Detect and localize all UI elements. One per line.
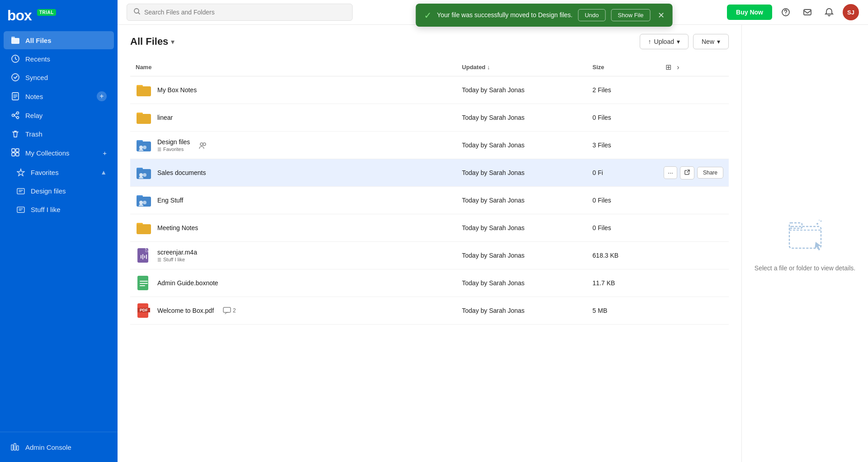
buy-now-button[interactable]: Buy Now (727, 5, 772, 20)
svg-text:PDF: PDF (140, 308, 148, 312)
col-updated-header[interactable]: Updated ↓ (457, 58, 587, 76)
sidebar-item-admin-console[interactable]: Admin Console (4, 438, 114, 456)
file-actions-cell (658, 269, 729, 297)
sidebar-item-label: Design files (31, 187, 66, 195)
notes-add-button[interactable]: + (97, 91, 107, 101)
chevron-up-icon[interactable]: ▲ (100, 169, 107, 176)
new-button[interactable]: New ▾ (693, 34, 729, 49)
admin-console-label: Admin Console (25, 443, 71, 451)
trial-badge: TRIAL (37, 9, 56, 16)
svg-point-37 (139, 173, 143, 177)
file-updated-cell: Today by Sarah Jonas (457, 297, 587, 325)
file-name-cell: Admin Guide.boxnote (130, 269, 457, 297)
sort-icon: ↓ (487, 64, 490, 71)
table-header-row: Name Updated ↓ Size ⊞ › (130, 58, 729, 76)
svg-point-33 (203, 143, 206, 146)
col-name-header[interactable]: Name (130, 58, 457, 76)
new-dropdown-icon: ▾ (717, 38, 720, 45)
file-name-info: linear (157, 114, 173, 121)
sidebar-item-notes[interactable]: Notes + (4, 87, 114, 106)
collections-add-button[interactable]: + (103, 149, 107, 157)
sidebar-item-label: Recents (25, 55, 50, 63)
new-label: New (702, 38, 714, 45)
collections-label: My Collections (25, 149, 70, 157)
svg-rect-9 (16, 149, 19, 152)
file-tag: ☰ Stuff I like (157, 257, 197, 262)
show-file-button[interactable]: Show File (611, 9, 651, 21)
file-name-label: linear (157, 114, 173, 121)
file-name-label: Welcome to Box.pdf (157, 307, 214, 314)
sidebar-item-label: Stuff I like (31, 206, 61, 213)
more-options-button[interactable]: ··· (664, 166, 677, 179)
table-row[interactable]: Sales documents Today by Sarah Jonas 0 F… (130, 159, 729, 187)
file-name-label: Meeting Notes (157, 224, 198, 231)
logo-text: box (7, 8, 32, 23)
toast-message: Your file was successfully moved to Desi… (437, 11, 573, 20)
share-button[interactable]: Share (697, 167, 723, 179)
search-bar[interactable] (127, 4, 353, 21)
file-size-cell: 3 Files (587, 132, 659, 159)
sidebar-item-trash[interactable]: Trash (4, 125, 114, 143)
svg-point-38 (143, 173, 146, 177)
table-row[interactable]: Eng Stuff Today by Sarah Jonas 0 Files (130, 187, 729, 214)
next-view-button[interactable]: › (675, 62, 681, 72)
my-collections-header[interactable]: My Collections + (4, 143, 114, 163)
help-button[interactable] (778, 4, 794, 20)
svg-rect-1 (11, 37, 15, 39)
svg-point-31 (143, 146, 146, 149)
table-row[interactable]: linear Today by Sarah Jonas 0 Files (130, 104, 729, 132)
file-size-cell: 0 Fi (587, 159, 659, 187)
file-icon (136, 165, 152, 181)
sidebar-item-relay[interactable]: Relay (4, 106, 114, 124)
toast-close-button[interactable]: ✕ (658, 10, 665, 20)
search-input[interactable] (144, 9, 346, 16)
file-actions-cell (658, 76, 729, 104)
file-name-cell: screenjar.m4a ☰ Stuff I like (130, 242, 457, 269)
svg-point-55 (816, 223, 818, 225)
svg-point-32 (200, 143, 203, 146)
sidebar-item-stuff-i-like[interactable]: Stuff I like (4, 200, 114, 218)
sidebar-item-favorites[interactable]: Favorites ▲ (4, 163, 114, 181)
file-name-cell: Meeting Notes (130, 214, 457, 242)
col-actions-header: ⊞ › (658, 58, 729, 76)
notifications-bell-button[interactable] (821, 4, 837, 20)
upload-button[interactable]: ↑ Upload ▾ (640, 34, 689, 49)
table-row[interactable]: My Box Notes Today by Sarah Jonas 2 File… (130, 76, 729, 104)
file-size-cell: 618.3 KB (587, 242, 659, 269)
sidebar-item-synced[interactable]: Synced (4, 68, 114, 86)
table-row[interactable]: screenjar.m4a ☰ Stuff I like Today by Sa… (130, 242, 729, 269)
file-area-header: All Files ▾ ↑ Upload ▾ New ▾ (130, 34, 729, 49)
file-actions-cell (658, 187, 729, 214)
table-row[interactable]: Design files ☰ Favorites Today by Sarah … (130, 132, 729, 159)
upload-dropdown-icon: ▾ (677, 38, 680, 45)
table-row[interactable]: Admin Guide.boxnote Today by Sarah Jonas… (130, 269, 729, 297)
tag-icon: ☰ (157, 147, 161, 152)
sidebar-nav: All Files Recents Synced (0, 29, 118, 432)
upload-label: Upload (654, 38, 674, 45)
file-name-info: Admin Guide.boxnote (157, 279, 218, 287)
share-link-button[interactable] (680, 166, 694, 179)
user-avatar[interactable]: SJ (843, 4, 859, 20)
file-actions-cell (658, 214, 729, 242)
sidebar-item-design-files[interactable]: Design files (4, 182, 114, 200)
table-row[interactable]: PDF Welcome to Box.pdf 2 Today by Sarah … (130, 297, 729, 325)
page-title-row: All Files ▾ (130, 36, 175, 47)
star-icon (16, 168, 25, 177)
file-area: All Files ▾ ↑ Upload ▾ New ▾ (118, 25, 741, 462)
file-icon (136, 220, 152, 236)
svg-point-43 (143, 201, 146, 204)
undo-button[interactable]: Undo (578, 9, 605, 21)
svg-rect-14 (11, 445, 13, 450)
search-icon (133, 8, 141, 17)
file-name-label: screenjar.m4a (157, 249, 197, 256)
table-row[interactable]: Meeting Notes Today by Sarah Jonas 0 Fil… (130, 214, 729, 242)
page-title: All Files (130, 36, 168, 47)
svg-rect-13 (17, 207, 24, 212)
notifications-send-button[interactable] (799, 4, 816, 20)
sidebar-item-all-files[interactable]: All Files (4, 31, 114, 49)
title-dropdown-caret[interactable]: ▾ (171, 38, 175, 46)
sidebar-item-recents[interactable]: Recents (4, 50, 114, 68)
grid-view-button[interactable]: ⊞ (664, 62, 673, 72)
svg-rect-12 (17, 189, 24, 194)
svg-rect-23 (137, 86, 151, 96)
